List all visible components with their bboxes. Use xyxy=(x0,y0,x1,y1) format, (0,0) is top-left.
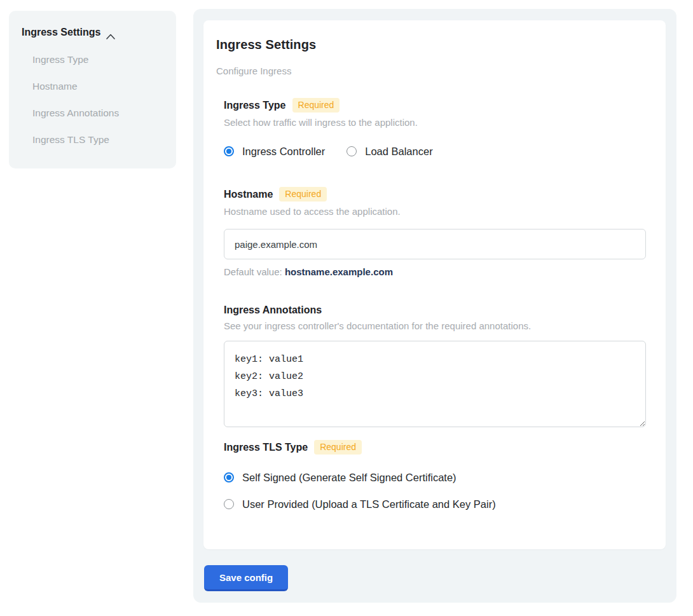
section-title-ingress-annotations: Ingress Annotations xyxy=(224,305,322,316)
sidebar-item-ingress-tls-type[interactable]: Ingress TLS Type xyxy=(22,135,163,145)
section-title-ingress-type: Ingress Type xyxy=(224,100,286,111)
section-desc-hostname: Hostname used to access the application. xyxy=(224,206,646,217)
required-badge: Required xyxy=(292,98,340,113)
section-ingress-tls-type: Ingress TLS Type Required Self Signed (G… xyxy=(224,440,646,510)
radio-self-signed[interactable]: Self Signed (Generate Self Signed Certif… xyxy=(224,471,646,484)
hostname-default-hint: Default value: hostname.example.com xyxy=(224,266,646,277)
ingress-annotations-textarea[interactable]: key1: value1 key2: value2 key3: value3 xyxy=(224,341,646,427)
sidebar-item-hostname[interactable]: Hostname xyxy=(22,81,163,92)
section-title-hostname: Hostname xyxy=(224,189,273,200)
save-config-button[interactable]: Save config xyxy=(204,565,288,591)
radio-selected-icon[interactable] xyxy=(224,472,234,483)
radio-user-provided[interactable]: User Provided (Upload a TLS Certificate … xyxy=(224,498,646,510)
radio-label: Self Signed (Generate Self Signed Certif… xyxy=(242,471,456,484)
radio-load-balancer[interactable]: Load Balancer xyxy=(346,145,432,158)
sidebar-nav: Ingress Type Hostname Ingress Annotation… xyxy=(22,55,163,145)
main-panel: Ingress Settings Configure Ingress Ingre… xyxy=(193,9,676,603)
radio-selected-icon[interactable] xyxy=(224,146,234,156)
section-desc-ingress-type: Select how traffic will ingress to the a… xyxy=(224,117,646,128)
radio-unselected-icon[interactable] xyxy=(224,499,234,509)
sidebar-group-ingress-settings[interactable]: Ingress Settings xyxy=(22,27,163,38)
required-badge: Required xyxy=(279,187,327,202)
page-subtitle: Configure Ingress xyxy=(216,65,653,76)
settings-sidebar: Ingress Settings Ingress Type Hostname I… xyxy=(9,11,176,168)
section-hostname: Hostname Required Hostname used to acces… xyxy=(224,187,646,277)
chevron-up-icon xyxy=(106,31,115,36)
default-value-text: hostname.example.com xyxy=(285,266,393,277)
ingress-settings-card: Ingress Settings Configure Ingress Ingre… xyxy=(203,20,666,549)
hostname-input[interactable] xyxy=(224,229,646,259)
page-title: Ingress Settings xyxy=(216,38,653,52)
sidebar-group-title: Ingress Settings xyxy=(22,27,100,38)
default-value-label: Default value: xyxy=(224,266,282,277)
required-badge: Required xyxy=(314,440,362,455)
section-ingress-annotations: Ingress Annotations See your ingress con… xyxy=(224,305,646,427)
ingress-type-radio-group: Ingress Controller Load Balancer xyxy=(224,145,646,158)
radio-label: User Provided (Upload a TLS Certificate … xyxy=(242,498,496,510)
sidebar-item-ingress-type[interactable]: Ingress Type xyxy=(22,55,163,65)
tls-type-radio-group: Self Signed (Generate Self Signed Certif… xyxy=(224,471,646,510)
section-ingress-type: Ingress Type Required Select how traffic… xyxy=(224,98,646,158)
radio-label: Load Balancer xyxy=(365,145,432,158)
radio-ingress-controller[interactable]: Ingress Controller xyxy=(224,145,325,158)
section-desc-ingress-annotations: See your ingress controller's documentat… xyxy=(224,320,646,331)
radio-unselected-icon[interactable] xyxy=(346,146,357,156)
sidebar-item-ingress-annotations[interactable]: Ingress Annotations xyxy=(22,108,163,118)
section-title-ingress-tls-type: Ingress TLS Type xyxy=(224,442,308,453)
radio-label: Ingress Controller xyxy=(242,145,325,158)
